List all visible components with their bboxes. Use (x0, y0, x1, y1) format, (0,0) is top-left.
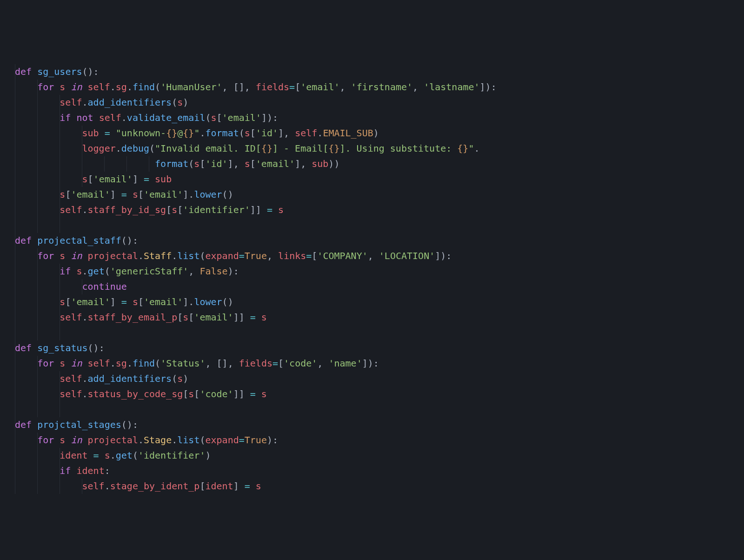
code-line[interactable]: ident = s.get('identifier') (15, 448, 744, 463)
code-line[interactable]: self.add_identifiers(s) (15, 95, 744, 110)
code-line-content: def sg_status(): (15, 342, 105, 353)
code-line[interactable]: for s in self.sg.find('HumanUser', [], f… (15, 80, 744, 95)
code-line-content: s['email'] = sub (15, 173, 172, 185)
code-line-content: if ident: (15, 465, 110, 476)
code-line-content: continue (15, 281, 127, 292)
code-line[interactable]: s['email'] = s['email'].lower() (15, 294, 744, 310)
code-line[interactable]: def sg_users(): (15, 64, 744, 80)
code-line-content: self.status_by_code_sg[s['code']] = s (15, 388, 267, 400)
code-line[interactable]: self.staff_by_id_sg[s['identifier']] = s (15, 202, 744, 218)
code-line-content (15, 327, 20, 338)
code-line[interactable]: logger.debug("Invalid email. ID[{}] - Em… (15, 141, 744, 156)
code-line[interactable] (15, 402, 744, 417)
code-line-content: for s in projectal.Stage.list(expand=Tru… (15, 434, 278, 446)
code-line-content: self.add_identifiers(s) (15, 97, 188, 108)
code-line-content (15, 404, 20, 415)
code-line[interactable]: if s.get('genericStaff', False): (15, 264, 744, 279)
code-line-content (15, 220, 20, 231)
code-line-content: if s.get('genericStaff', False): (15, 266, 239, 277)
code-line[interactable]: self.add_identifiers(s) (15, 371, 744, 387)
code-line[interactable]: self.staff_by_email_p[s['email']] = s (15, 310, 744, 325)
code-line[interactable]: for s in self.sg.find('Status', [], fiel… (15, 356, 744, 371)
code-line[interactable]: for s in projectal.Stage.list(expand=Tru… (15, 433, 744, 448)
code-line[interactable]: def sg_status(): (15, 340, 744, 356)
code-line[interactable]: continue (15, 279, 744, 294)
code-line-content: sub = "unknown-{}@{}".format(s['id'], se… (15, 127, 379, 139)
code-line-content: def sg_users(): (15, 66, 99, 77)
code-line-content: self.add_identifiers(s) (15, 373, 188, 384)
code-line[interactable]: for s in projectal.Staff.list(expand=Tru… (15, 248, 744, 264)
code-line-content: s['email'] = s['email'].lower() (15, 296, 233, 307)
code-line-content: if not self.validate_email(s['email']): (15, 112, 278, 123)
code-line[interactable]: def projectal_staff(): (15, 233, 744, 248)
code-line-content: self.staff_by_id_sg[s['identifier']] = s (15, 204, 284, 215)
code-line[interactable] (15, 218, 744, 233)
code-editor[interactable]: def sg_users(): for s in self.sg.find('H… (0, 61, 744, 497)
code-line-content: for s in projectal.Staff.list(expand=Tru… (15, 250, 452, 261)
code-line-content: def projctal_stages(): (15, 419, 138, 430)
code-line-content: logger.debug("Invalid email. ID[{}] - Em… (15, 143, 480, 154)
code-line[interactable]: if ident: (15, 463, 744, 479)
code-line-content: ident = s.get('identifier') (15, 450, 211, 461)
code-line[interactable]: self.stage_by_ident_p[ident] = s (15, 479, 744, 494)
code-line[interactable]: sub = "unknown-{}@{}".format(s['id'], se… (15, 126, 744, 141)
code-line-content: for s in self.sg.find('HumanUser', [], f… (15, 81, 497, 93)
code-line-content: format(s['id'], s['email'], sub)) (15, 158, 339, 169)
code-line[interactable]: if not self.validate_email(s['email']): (15, 110, 744, 126)
code-line-content: def projectal_staff(): (15, 235, 138, 246)
code-line-content: self.staff_by_email_p[s['email']] = s (15, 312, 267, 323)
code-line[interactable]: format(s['id'], s['email'], sub)) (15, 156, 744, 172)
code-line-content: self.stage_by_ident_p[ident] = s (15, 480, 261, 492)
code-line[interactable]: self.status_by_code_sg[s['code']] = s (15, 387, 744, 402)
code-line[interactable]: s['email'] = sub (15, 172, 744, 187)
code-line-content: s['email'] = s['email'].lower() (15, 189, 233, 200)
code-line[interactable]: def projctal_stages(): (15, 417, 744, 433)
code-line-content: for s in self.sg.find('Status', [], fiel… (15, 358, 379, 369)
code-line[interactable] (15, 325, 744, 340)
code-line[interactable]: s['email'] = s['email'].lower() (15, 187, 744, 202)
